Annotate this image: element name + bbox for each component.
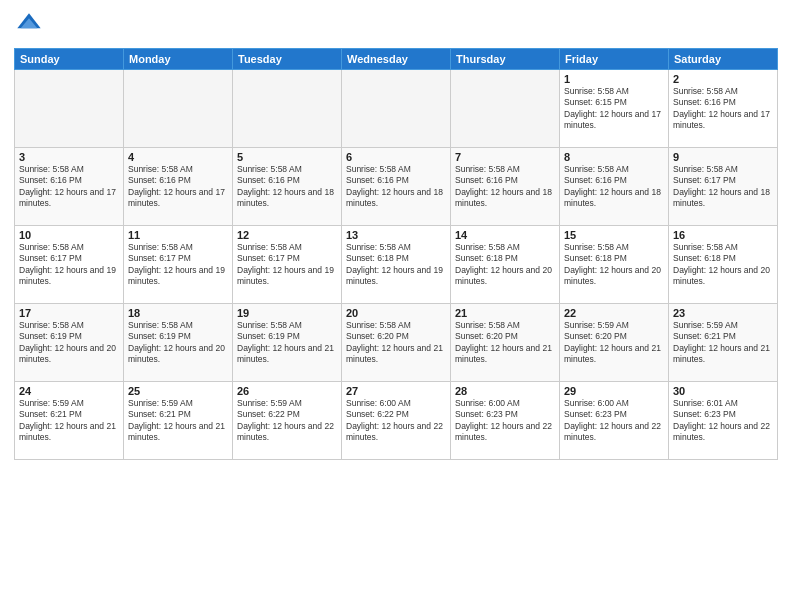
calendar-cell: [233, 70, 342, 148]
week-row-1: 3Sunrise: 5:58 AM Sunset: 6:16 PM Daylig…: [15, 148, 778, 226]
calendar-cell: 13Sunrise: 5:58 AM Sunset: 6:18 PM Dayli…: [342, 226, 451, 304]
calendar-cell: 17Sunrise: 5:58 AM Sunset: 6:19 PM Dayli…: [15, 304, 124, 382]
calendar-cell: 26Sunrise: 5:59 AM Sunset: 6:22 PM Dayli…: [233, 382, 342, 460]
day-number: 30: [673, 385, 773, 397]
day-info: Sunrise: 5:58 AM Sunset: 6:19 PM Dayligh…: [237, 320, 337, 366]
day-number: 9: [673, 151, 773, 163]
day-info: Sunrise: 5:58 AM Sunset: 6:16 PM Dayligh…: [564, 164, 664, 210]
day-number: 19: [237, 307, 337, 319]
calendar-cell: 14Sunrise: 5:58 AM Sunset: 6:18 PM Dayli…: [451, 226, 560, 304]
calendar-cell: 25Sunrise: 5:59 AM Sunset: 6:21 PM Dayli…: [124, 382, 233, 460]
calendar-cell: [124, 70, 233, 148]
calendar-header-row: SundayMondayTuesdayWednesdayThursdayFrid…: [15, 49, 778, 70]
calendar-cell: 29Sunrise: 6:00 AM Sunset: 6:23 PM Dayli…: [560, 382, 669, 460]
day-info: Sunrise: 5:58 AM Sunset: 6:20 PM Dayligh…: [455, 320, 555, 366]
calendar-cell: 3Sunrise: 5:58 AM Sunset: 6:16 PM Daylig…: [15, 148, 124, 226]
day-info: Sunrise: 5:58 AM Sunset: 6:19 PM Dayligh…: [128, 320, 228, 366]
calendar-cell: 24Sunrise: 5:59 AM Sunset: 6:21 PM Dayli…: [15, 382, 124, 460]
day-info: Sunrise: 5:58 AM Sunset: 6:18 PM Dayligh…: [455, 242, 555, 288]
day-number: 6: [346, 151, 446, 163]
calendar-cell: 6Sunrise: 5:58 AM Sunset: 6:16 PM Daylig…: [342, 148, 451, 226]
day-info: Sunrise: 6:00 AM Sunset: 6:22 PM Dayligh…: [346, 398, 446, 444]
calendar-cell: 28Sunrise: 6:00 AM Sunset: 6:23 PM Dayli…: [451, 382, 560, 460]
day-info: Sunrise: 5:58 AM Sunset: 6:16 PM Dayligh…: [673, 86, 773, 132]
day-number: 29: [564, 385, 664, 397]
calendar-cell: 8Sunrise: 5:58 AM Sunset: 6:16 PM Daylig…: [560, 148, 669, 226]
day-number: 20: [346, 307, 446, 319]
day-info: Sunrise: 5:58 AM Sunset: 6:16 PM Dayligh…: [237, 164, 337, 210]
col-header-saturday: Saturday: [669, 49, 778, 70]
day-info: Sunrise: 5:58 AM Sunset: 6:18 PM Dayligh…: [673, 242, 773, 288]
day-number: 7: [455, 151, 555, 163]
day-info: Sunrise: 5:58 AM Sunset: 6:18 PM Dayligh…: [346, 242, 446, 288]
calendar-cell: 30Sunrise: 6:01 AM Sunset: 6:23 PM Dayli…: [669, 382, 778, 460]
day-number: 3: [19, 151, 119, 163]
calendar-cell: 27Sunrise: 6:00 AM Sunset: 6:22 PM Dayli…: [342, 382, 451, 460]
day-number: 17: [19, 307, 119, 319]
day-number: 15: [564, 229, 664, 241]
calendar-cell: 18Sunrise: 5:58 AM Sunset: 6:19 PM Dayli…: [124, 304, 233, 382]
logo: [14, 10, 48, 40]
day-info: Sunrise: 5:59 AM Sunset: 6:21 PM Dayligh…: [19, 398, 119, 444]
col-header-tuesday: Tuesday: [233, 49, 342, 70]
calendar-cell: 19Sunrise: 5:58 AM Sunset: 6:19 PM Dayli…: [233, 304, 342, 382]
col-header-sunday: Sunday: [15, 49, 124, 70]
calendar-cell: 2Sunrise: 5:58 AM Sunset: 6:16 PM Daylig…: [669, 70, 778, 148]
week-row-2: 10Sunrise: 5:58 AM Sunset: 6:17 PM Dayli…: [15, 226, 778, 304]
day-info: Sunrise: 5:58 AM Sunset: 6:19 PM Dayligh…: [19, 320, 119, 366]
day-number: 26: [237, 385, 337, 397]
day-info: Sunrise: 5:58 AM Sunset: 6:17 PM Dayligh…: [19, 242, 119, 288]
col-header-monday: Monday: [124, 49, 233, 70]
day-number: 22: [564, 307, 664, 319]
day-info: Sunrise: 5:58 AM Sunset: 6:15 PM Dayligh…: [564, 86, 664, 132]
day-info: Sunrise: 5:58 AM Sunset: 6:17 PM Dayligh…: [673, 164, 773, 210]
calendar-cell: 15Sunrise: 5:58 AM Sunset: 6:18 PM Dayli…: [560, 226, 669, 304]
calendar-cell: 22Sunrise: 5:59 AM Sunset: 6:20 PM Dayli…: [560, 304, 669, 382]
calendar-cell: [451, 70, 560, 148]
day-info: Sunrise: 5:58 AM Sunset: 6:18 PM Dayligh…: [564, 242, 664, 288]
day-info: Sunrise: 5:58 AM Sunset: 6:16 PM Dayligh…: [346, 164, 446, 210]
day-number: 11: [128, 229, 228, 241]
day-number: 28: [455, 385, 555, 397]
day-number: 10: [19, 229, 119, 241]
day-info: Sunrise: 5:58 AM Sunset: 6:17 PM Dayligh…: [128, 242, 228, 288]
day-info: Sunrise: 6:00 AM Sunset: 6:23 PM Dayligh…: [455, 398, 555, 444]
week-row-3: 17Sunrise: 5:58 AM Sunset: 6:19 PM Dayli…: [15, 304, 778, 382]
calendar-cell: 11Sunrise: 5:58 AM Sunset: 6:17 PM Dayli…: [124, 226, 233, 304]
day-number: 24: [19, 385, 119, 397]
col-header-wednesday: Wednesday: [342, 49, 451, 70]
day-number: 8: [564, 151, 664, 163]
day-number: 13: [346, 229, 446, 241]
day-number: 2: [673, 73, 773, 85]
col-header-thursday: Thursday: [451, 49, 560, 70]
calendar-cell: 10Sunrise: 5:58 AM Sunset: 6:17 PM Dayli…: [15, 226, 124, 304]
day-info: Sunrise: 5:59 AM Sunset: 6:20 PM Dayligh…: [564, 320, 664, 366]
day-number: 4: [128, 151, 228, 163]
header: [14, 10, 778, 40]
day-number: 14: [455, 229, 555, 241]
logo-icon: [14, 10, 44, 40]
calendar-cell: 12Sunrise: 5:58 AM Sunset: 6:17 PM Dayli…: [233, 226, 342, 304]
calendar-cell: 1Sunrise: 5:58 AM Sunset: 6:15 PM Daylig…: [560, 70, 669, 148]
day-number: 12: [237, 229, 337, 241]
day-info: Sunrise: 5:58 AM Sunset: 6:17 PM Dayligh…: [237, 242, 337, 288]
page: SundayMondayTuesdayWednesdayThursdayFrid…: [0, 0, 792, 612]
day-number: 25: [128, 385, 228, 397]
calendar-cell: 21Sunrise: 5:58 AM Sunset: 6:20 PM Dayli…: [451, 304, 560, 382]
day-number: 1: [564, 73, 664, 85]
col-header-friday: Friday: [560, 49, 669, 70]
day-info: Sunrise: 5:58 AM Sunset: 6:16 PM Dayligh…: [19, 164, 119, 210]
calendar-cell: [342, 70, 451, 148]
calendar-cell: 16Sunrise: 5:58 AM Sunset: 6:18 PM Dayli…: [669, 226, 778, 304]
calendar-cell: 9Sunrise: 5:58 AM Sunset: 6:17 PM Daylig…: [669, 148, 778, 226]
day-info: Sunrise: 5:58 AM Sunset: 6:16 PM Dayligh…: [455, 164, 555, 210]
calendar-cell: [15, 70, 124, 148]
day-info: Sunrise: 6:01 AM Sunset: 6:23 PM Dayligh…: [673, 398, 773, 444]
day-info: Sunrise: 5:58 AM Sunset: 6:16 PM Dayligh…: [128, 164, 228, 210]
day-info: Sunrise: 5:59 AM Sunset: 6:21 PM Dayligh…: [673, 320, 773, 366]
calendar-cell: 20Sunrise: 5:58 AM Sunset: 6:20 PM Dayli…: [342, 304, 451, 382]
calendar: SundayMondayTuesdayWednesdayThursdayFrid…: [14, 48, 778, 460]
day-number: 5: [237, 151, 337, 163]
calendar-cell: 5Sunrise: 5:58 AM Sunset: 6:16 PM Daylig…: [233, 148, 342, 226]
day-info: Sunrise: 6:00 AM Sunset: 6:23 PM Dayligh…: [564, 398, 664, 444]
